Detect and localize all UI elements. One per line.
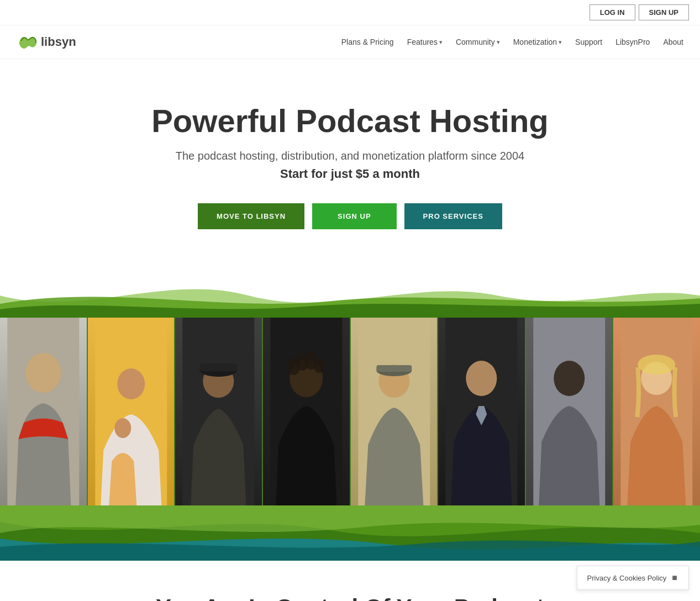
person-photo-1 xyxy=(0,318,87,505)
hero-title: Powerful Podcast Hosting xyxy=(11,103,689,139)
svg-point-5 xyxy=(114,418,131,438)
pro-services-button[interactable]: PRO SERVICES xyxy=(404,203,502,229)
person-photo-4 xyxy=(263,318,350,505)
signup-hero-button[interactable]: SIGN UP xyxy=(312,203,396,229)
nav-item-support[interactable]: Support xyxy=(575,37,602,47)
nav-item-plans[interactable]: Plans & Pricing xyxy=(341,37,394,47)
hero-buttons: MOVE TO LIBSYN SIGN UP PRO SERVICES xyxy=(11,203,689,229)
signup-top-button[interactable]: SIGN UP xyxy=(639,4,689,20)
nav-item-community[interactable]: Community xyxy=(456,37,500,47)
svg-point-2 xyxy=(25,353,61,393)
nav-item-features[interactable]: Features xyxy=(407,37,443,47)
person-photo-2 xyxy=(88,318,175,505)
svg-point-4 xyxy=(117,368,145,399)
nav-item-about[interactable]: About xyxy=(663,37,683,47)
person-photo-6 xyxy=(438,318,525,505)
move-to-libsyn-button[interactable]: MOVE TO LIBSYN xyxy=(198,203,304,229)
hero-subtitle: The podcast hosting, distribution, and m… xyxy=(11,150,689,162)
login-button[interactable]: LOG IN xyxy=(590,4,635,20)
svg-point-21 xyxy=(466,361,497,396)
privacy-bar: Privacy & Cookies Policy ■ xyxy=(577,566,689,590)
nav-plans-link[interactable]: Plans & Pricing xyxy=(341,38,394,46)
person-photo-7 xyxy=(526,318,613,505)
nav-support-link[interactable]: Support xyxy=(575,38,602,46)
section2-title: You Are In Control Of Your Podcast Hosti… xyxy=(22,594,678,601)
svg-rect-9 xyxy=(200,363,238,371)
logo-icon xyxy=(17,31,39,53)
auth-buttons: LOG IN SIGN UP xyxy=(590,4,689,20)
person-photo-8 xyxy=(613,318,700,505)
svg-point-15 xyxy=(313,357,324,373)
nav-community-link[interactable]: Community xyxy=(456,38,500,46)
logo-link[interactable]: libsyn xyxy=(17,31,76,53)
logo-text: libsyn xyxy=(41,35,76,49)
wave-top-decoration xyxy=(0,273,700,318)
svg-point-26 xyxy=(638,355,676,375)
wave-section xyxy=(0,273,700,561)
nav-links: Plans & Pricing Features Community Monet… xyxy=(341,37,683,47)
person-photo-5 xyxy=(351,318,438,505)
nav-libsynpro-link[interactable]: LibsynPro xyxy=(615,38,650,46)
svg-point-23 xyxy=(554,361,585,396)
hero-price: Start for just $5 a month xyxy=(11,167,689,181)
nav-features-link[interactable]: Features xyxy=(407,38,443,46)
nav-monetization-link[interactable]: Monetization xyxy=(513,38,562,46)
navbar: libsyn Plans & Pricing Features Communit… xyxy=(0,25,700,59)
privacy-close-button[interactable]: ■ xyxy=(671,573,678,583)
nav-item-libsynpro[interactable]: LibsynPro xyxy=(615,37,650,47)
hero-section: Powerful Podcast Hosting The podcast hos… xyxy=(0,59,700,262)
svg-rect-19 xyxy=(376,365,412,372)
wave-bottom-decoration xyxy=(0,505,700,561)
top-bar: LOG IN SIGN UP xyxy=(0,0,700,25)
nav-about-link[interactable]: About xyxy=(663,38,683,46)
photos-strip xyxy=(0,318,700,505)
nav-item-monetization[interactable]: Monetization xyxy=(513,37,562,47)
person-photo-3 xyxy=(175,318,262,505)
privacy-label: Privacy & Cookies Policy xyxy=(587,574,667,582)
